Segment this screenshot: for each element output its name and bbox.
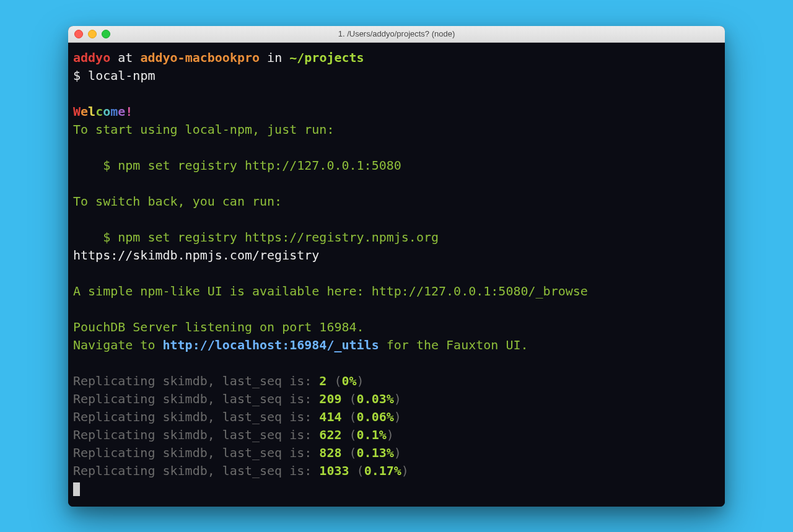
prompt-path: ~/projects — [289, 50, 364, 65]
titlebar[interactable]: 1. /Users/addyo/projects? (node) — [68, 26, 725, 43]
browse-hint: A simple npm-like UI is available here: … — [73, 284, 588, 299]
cursor-icon — [73, 482, 80, 496]
pouch-line: PouchDB Server listening on port 16984. — [73, 320, 364, 334]
hint-cmd1: $ npm set registry http://127.0.0.1:5080 — [73, 158, 401, 173]
hint-cmd2: $ npm set registry https://registry.npmj… — [73, 230, 439, 245]
prompt-host: addyo-macbookpro — [140, 50, 260, 65]
skimdb-url: https://skimdb.npmjs.com/registry — [73, 248, 319, 263]
hint-switch: To switch back, you can run: — [73, 194, 282, 209]
fauxton-c: for the Fauxton UI. — [379, 338, 528, 352]
hint-start: To start using local-npm, just run: — [73, 122, 334, 137]
terminal-body[interactable]: addyo at addyo-macbookpro in ~/projects … — [68, 43, 725, 507]
prompt-symbol: $ — [73, 68, 88, 83]
welcome-banner: Welcome! — [73, 104, 133, 119]
prompt-user: addyo — [73, 50, 110, 65]
terminal-window: 1. /Users/addyo/projects? (node) addyo a… — [68, 26, 725, 507]
replication-log: Replicating skimdb, last_seq is: 2 (0%) … — [73, 373, 409, 478]
prompt-at: at — [110, 50, 140, 65]
fauxton-a: Navigate to — [73, 338, 163, 352]
prompt-in: in — [260, 50, 289, 65]
fauxton-url: http://localhost:16984/_utils — [163, 338, 379, 352]
command-input: local-npm — [88, 68, 155, 83]
window-title: 1. /Users/addyo/projects? (node) — [68, 29, 725, 38]
